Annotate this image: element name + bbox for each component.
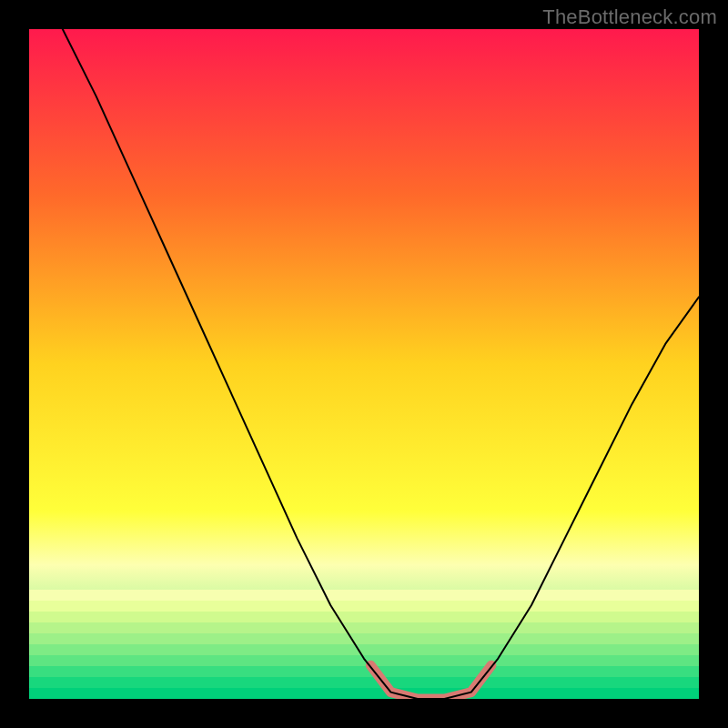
svg-rect-4 [29, 622, 699, 634]
svg-rect-5 [29, 633, 699, 645]
svg-rect-8 [29, 666, 699, 678]
chart-frame: TheBottleneck.com [0, 0, 728, 728]
svg-rect-7 [29, 655, 699, 667]
svg-rect-10 [29, 688, 699, 700]
svg-rect-1 [29, 590, 699, 602]
bottleneck-chart [0, 0, 728, 728]
svg-rect-9 [29, 677, 699, 689]
svg-rect-6 [29, 644, 699, 656]
svg-rect-3 [29, 612, 699, 623]
svg-rect-2 [29, 601, 699, 612]
bottom-stripes [29, 590, 699, 700]
watermark-text: TheBottleneck.com [542, 5, 717, 29]
